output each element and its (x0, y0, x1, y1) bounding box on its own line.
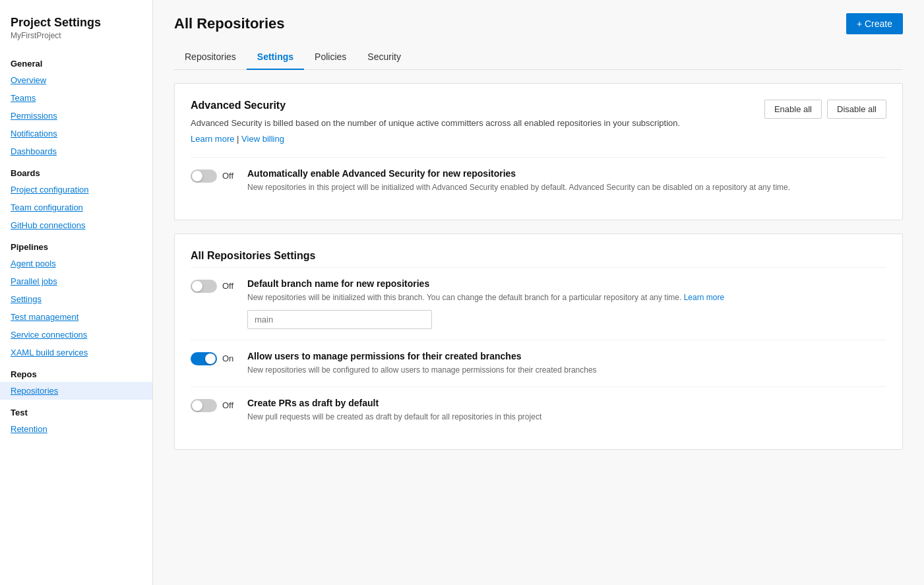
sidebar-item-overview[interactable]: Overview (0, 71, 152, 89)
advanced-security-toggle-labels: Automatically enable Advanced Security f… (247, 168, 886, 193)
sidebar-item-team-configuration[interactable]: Team configuration (0, 199, 152, 216)
project-name: MyFirstProject (0, 31, 152, 51)
view-billing-link[interactable]: View billing (241, 134, 284, 144)
all-repos-settings-title: All Repositories Settings (191, 250, 886, 262)
draft-pr-desc: New pull requests will be created as dra… (247, 411, 886, 423)
draft-pr-switch[interactable] (191, 399, 217, 412)
tab-repositories[interactable]: Repositories (174, 45, 247, 70)
draft-pr-thumb (192, 400, 202, 411)
sidebar-item-settings[interactable]: Settings (0, 290, 152, 308)
advanced-security-toggle-row: Off Automatically enable Advanced Securi… (191, 157, 886, 204)
sidebar-item-parallel-jobs[interactable]: Parallel jobs (0, 272, 152, 290)
sidebar-section-boards: Boards (0, 160, 152, 181)
advanced-security-desc: Advanced Security is billed based on the… (191, 117, 680, 130)
enable-all-button[interactable]: Enable all (764, 100, 822, 119)
advanced-security-info: Advanced Security Advanced Security is b… (191, 100, 680, 157)
sidebar-item-notifications[interactable]: Notifications (0, 125, 152, 142)
draft-pr-title: Create PRs as draft by default (247, 398, 886, 408)
default-branch-labels: Default branch name for new repositories… (247, 278, 886, 329)
all-repos-settings-card: All Repositories Settings Off Default br… (174, 233, 903, 450)
advanced-security-card: Advanced Security Advanced Security is b… (174, 83, 903, 220)
sidebar-item-repositories[interactable]: Repositories (0, 382, 152, 400)
advanced-security-toggle-desc: New repositories in this project will be… (247, 181, 886, 193)
tab-settings[interactable]: Settings (247, 45, 304, 70)
main-content: All Repositories + Create Repositories S… (153, 0, 924, 585)
advanced-security-title: Advanced Security (191, 100, 680, 111)
manage-permissions-thumb (205, 354, 216, 364)
default-branch-title: Default branch name for new repositories (247, 278, 886, 289)
default-branch-toggle[interactable]: Off (191, 278, 237, 293)
tabs-bar: Repositories Settings Policies Security (174, 45, 903, 70)
draft-pr-state: Off (222, 400, 235, 410)
card-header-row: Advanced Security Advanced Security is b… (191, 100, 886, 157)
manage-permissions-switch[interactable] (191, 352, 217, 365)
sidebar: Project Settings MyFirstProject GeneralO… (0, 0, 153, 585)
create-button[interactable]: + Create (846, 13, 903, 34)
advanced-security-actions: Enable all Disable all (764, 100, 886, 119)
disable-all-button[interactable]: Disable all (827, 100, 886, 119)
manage-permissions-desc: New repositories will be configured to a… (247, 364, 886, 376)
project-settings-title: Project Settings (0, 11, 152, 31)
sidebar-section-test: Test (0, 400, 152, 420)
manage-permissions-labels: Allow users to manage permissions for th… (247, 351, 886, 376)
sidebar-item-teams[interactable]: Teams (0, 89, 152, 107)
default-branch-switch[interactable] (191, 280, 217, 293)
sidebar-item-service-connections[interactable]: Service connections (0, 326, 152, 344)
sidebar-section-general: General (0, 51, 152, 71)
page-title: All Repositories (174, 15, 284, 32)
manage-permissions-toggle[interactable]: On (191, 351, 237, 365)
default-branch-learn-more[interactable]: Learn more (684, 293, 724, 302)
sidebar-item-dashboards[interactable]: Dashboards (0, 142, 152, 160)
advanced-security-toggle-title: Automatically enable Advanced Security f… (247, 168, 886, 179)
advanced-security-toggle[interactable]: Off (191, 168, 237, 183)
manage-permissions-state: On (222, 354, 235, 363)
sidebar-section-repos: Repos (0, 361, 152, 382)
default-branch-toggle-row: Off Default branch name for new reposito… (191, 267, 886, 340)
manage-permissions-title: Allow users to manage permissions for th… (247, 351, 886, 361)
draft-pr-toggle[interactable]: Off (191, 398, 237, 412)
sidebar-item-permissions[interactable]: Permissions (0, 107, 152, 125)
sidebar-item-xaml-build-services[interactable]: XAML build services (0, 344, 152, 361)
default-branch-desc: New repositories will be initialized wit… (247, 292, 886, 303)
toggle-switch-control[interactable] (191, 169, 217, 183)
manage-permissions-toggle-row: On Allow users to manage permissions for… (191, 340, 886, 386)
branch-name-input[interactable] (247, 310, 432, 329)
sidebar-item-test-management[interactable]: Test management (0, 308, 152, 326)
draft-pr-toggle-row: Off Create PRs as draft by default New p… (191, 386, 886, 433)
toggle-thumb (192, 171, 202, 181)
default-branch-state: Off (222, 281, 235, 291)
sidebar-section-pipelines: Pipelines (0, 234, 152, 255)
default-branch-thumb (192, 281, 202, 292)
draft-pr-labels: Create PRs as draft by default New pull … (247, 398, 886, 423)
advanced-security-links: Learn more | View billing (191, 134, 680, 144)
sidebar-item-retention[interactable]: Retention (0, 420, 152, 438)
learn-more-link[interactable]: Learn more (191, 134, 234, 144)
sidebar-item-agent-pools[interactable]: Agent pools (0, 255, 152, 272)
toggle-state-label: Off (222, 171, 235, 181)
page-header: All Repositories + Create (174, 13, 903, 34)
tab-policies[interactable]: Policies (304, 45, 357, 70)
tab-security[interactable]: Security (357, 45, 412, 70)
sidebar-item-project-configuration[interactable]: Project configuration (0, 181, 152, 199)
sidebar-item-github-connections[interactable]: GitHub connections (0, 216, 152, 234)
default-branch-desc-text: New repositories will be initialized wit… (247, 293, 684, 302)
